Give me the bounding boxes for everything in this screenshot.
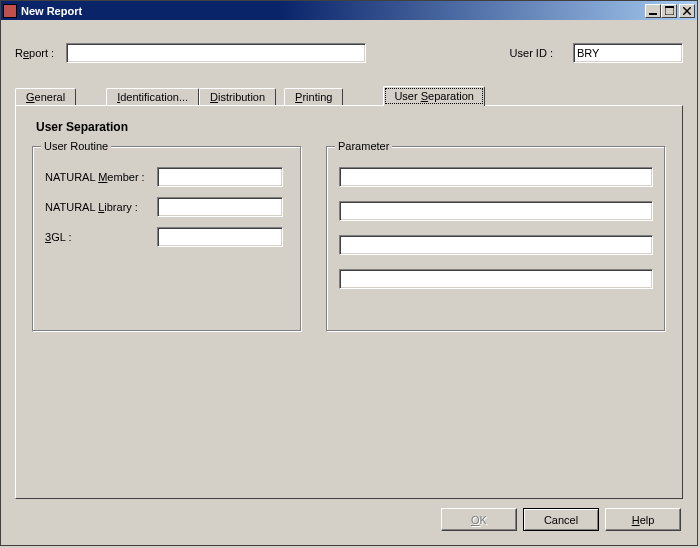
close-icon xyxy=(683,7,691,15)
client-area: Report : User ID : General Identificatio… xyxy=(3,22,695,543)
button-bar: OK Cancel Help xyxy=(441,508,681,531)
user-id-label: User ID : xyxy=(510,47,553,59)
natural-library-label: NATURAL Library : xyxy=(45,201,157,213)
report-input[interactable] xyxy=(66,43,366,63)
close-button[interactable] xyxy=(679,4,695,18)
svg-rect-0 xyxy=(649,13,657,15)
window-title: New Report xyxy=(21,5,645,17)
group-container: User Routine NATURAL Member : NATURAL Li… xyxy=(32,146,666,332)
tab-general[interactable]: General xyxy=(15,88,76,106)
tab-distribution[interactable]: Distribution xyxy=(199,88,276,106)
parameter-input-3[interactable] xyxy=(339,235,653,255)
minimize-icon xyxy=(649,7,657,15)
parameter-input-4[interactable] xyxy=(339,269,653,289)
group-parameter-legend: Parameter xyxy=(335,140,392,152)
row-3gl: 3GL : xyxy=(45,227,289,247)
top-row: Report : User ID : xyxy=(15,42,683,64)
user-id-input[interactable] xyxy=(573,43,683,63)
three-gl-label: 3GL : xyxy=(45,231,157,243)
parameter-input-2[interactable] xyxy=(339,201,653,221)
group-user-routine: User Routine NATURAL Member : NATURAL Li… xyxy=(32,146,302,332)
cancel-button[interactable]: Cancel xyxy=(523,508,599,531)
row-natural-library: NATURAL Library : xyxy=(45,197,289,217)
maximize-icon xyxy=(665,6,674,15)
row-natural-member: NATURAL Member : xyxy=(45,167,289,187)
tab-printing[interactable]: Printing xyxy=(284,88,343,106)
tab-panel: User Separation User Routine NATURAL Mem… xyxy=(15,105,683,499)
group-user-routine-legend: User Routine xyxy=(41,140,111,152)
group-parameter: Parameter xyxy=(326,146,666,332)
ok-button: OK xyxy=(441,508,517,531)
svg-rect-2 xyxy=(665,6,674,8)
parameter-input-1[interactable] xyxy=(339,167,653,187)
minimize-button[interactable] xyxy=(645,4,661,18)
titlebar: New Report xyxy=(1,1,697,20)
natural-member-label: NATURAL Member : xyxy=(45,171,157,183)
natural-member-input[interactable] xyxy=(157,167,283,187)
maximize-button[interactable] xyxy=(661,4,677,18)
tab-bar: General Identification... Distribution P… xyxy=(15,86,683,106)
report-label: Report : xyxy=(15,47,54,59)
window-controls xyxy=(645,4,695,18)
tab-user-separation[interactable]: User Separation xyxy=(383,86,485,106)
help-button[interactable]: Help xyxy=(605,508,681,531)
three-gl-input[interactable] xyxy=(157,227,283,247)
app-icon xyxy=(3,4,17,18)
window: New Report Report : User ID : General Id… xyxy=(0,0,698,546)
section-title: User Separation xyxy=(36,120,666,134)
tab-identification[interactable]: Identification... xyxy=(106,88,199,106)
natural-library-input[interactable] xyxy=(157,197,283,217)
